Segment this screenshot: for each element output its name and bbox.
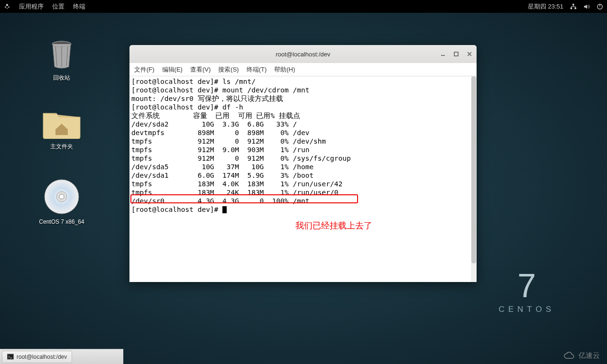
menu-edit[interactable]: 编辑(E) (162, 65, 183, 74)
brand-seven: 7 (498, 267, 555, 305)
brand-name: CENTOS (498, 305, 555, 314)
taskbar-item-terminal[interactable]: root@localhost:/dev (2, 351, 72, 363)
network-icon[interactable] (570, 3, 577, 10)
menu-places[interactable]: 位置 (52, 2, 64, 11)
terminal-line: 文件系统 容量 已用 可用 已用% 挂载点 (131, 112, 300, 119)
volume-icon[interactable] (583, 3, 590, 10)
terminal-body[interactable]: [root@localhost dev]# ls /mnt/ [root@loc… (129, 76, 477, 282)
terminal-line: tmpfs 183M 4.0K 183M 1% /run/user/42 (131, 180, 342, 188)
menu-help[interactable]: 帮助(H) (274, 65, 295, 74)
desktop-icon-label: 主文件夹 (33, 143, 90, 151)
svg-point-0 (6, 4, 8, 6)
menu-view[interactable]: 查看(V) (190, 65, 211, 74)
svg-point-12 (59, 194, 64, 199)
desktop-icon-trash[interactable]: 回收站 (33, 38, 90, 82)
terminal-line: devtmpfs 898M 0 898M 0% /dev (131, 129, 309, 136)
terminal-line: /dev/sda5 10G 37M 10G 1% /home (131, 163, 313, 171)
minimize-button[interactable] (440, 51, 446, 57)
terminal-icon (7, 354, 14, 360)
top-panel: 应用程序 位置 终端 星期四 23:51 (0, 0, 607, 13)
desktop-icon-label: CentOS 7 x86_64 (33, 218, 90, 225)
terminal-line: tmpfs 912M 0 912M 0% /dev/shm (131, 137, 326, 145)
svg-rect-6 (575, 7, 577, 9)
folder-home-icon (40, 104, 83, 140)
svg-rect-5 (570, 7, 572, 9)
svg-point-2 (8, 6, 9, 8)
annotation-text: 我们已经挂载上去了 (295, 221, 372, 230)
menu-search[interactable]: 搜索(S) (218, 65, 239, 74)
menu-terminal[interactable]: 终端(T) (247, 65, 267, 74)
power-icon[interactable] (597, 3, 603, 10)
window-title: root@localhost:/dev (276, 51, 330, 58)
desktop-icon-label: 回收站 (33, 74, 90, 82)
desktop-icon-disc[interactable]: CentOS 7 x86_64 (33, 178, 90, 225)
svg-point-1 (5, 6, 6, 8)
terminal-line: tmpfs 912M 0 912M 0% /sys/fs/cgroup (131, 155, 351, 162)
menu-applications[interactable]: 应用程序 (19, 2, 44, 11)
watermark: 亿速云 (563, 351, 600, 360)
terminal-line: /dev/sda2 10G 3.3G 6.8G 33% / (131, 120, 297, 128)
maximize-button[interactable] (453, 51, 460, 57)
disc-icon (43, 178, 81, 216)
gnome-logo-icon (4, 3, 10, 10)
cloud-icon (563, 352, 576, 360)
wallpaper-brand: 7 CENTOS (498, 267, 555, 314)
terminal-line: [root@localhost dev]# ls /mnt/ (131, 78, 256, 85)
watermark-text: 亿速云 (579, 351, 600, 360)
terminal-window: root@localhost:/dev 文件(F) 编辑(E) 查看(V) 搜索… (129, 45, 477, 282)
terminal-menubar: 文件(F) 编辑(E) 查看(V) 搜索(S) 终端(T) 帮助(H) (129, 63, 477, 76)
trash-icon (47, 38, 76, 71)
menu-terminal[interactable]: 终端 (73, 2, 85, 11)
clock[interactable]: 星期四 23:51 (528, 2, 563, 11)
close-button[interactable] (466, 51, 473, 57)
terminal-line: [root@localhost dev]# mount /dev/cdrom /… (131, 86, 309, 94)
bottom-taskbar: root@localhost:/dev (0, 349, 123, 364)
annotation-box (130, 194, 358, 203)
svg-rect-14 (8, 354, 14, 359)
terminal-line: [root@localhost dev]# df -h (131, 103, 243, 111)
svg-rect-4 (572, 3, 574, 5)
svg-point-3 (7, 8, 8, 9)
taskbar-item-label: root@localhost:/dev (17, 354, 67, 360)
terminal-line: /dev/sda1 6.0G 174M 5.9G 3% /boot (131, 172, 313, 179)
window-titlebar[interactable]: root@localhost:/dev (129, 45, 477, 63)
terminal-line: mount: /dev/sr0 写保护，将以只读方式挂载 (131, 95, 283, 102)
svg-rect-13 (454, 52, 458, 56)
terminal-line: tmpfs 912M 9.0M 903M 1% /run (131, 146, 309, 154)
desktop-icon-home[interactable]: 主文件夹 (33, 104, 90, 151)
terminal-prompt: [root@localhost dev]# (131, 206, 222, 213)
scrollbar-thumb[interactable] (471, 76, 476, 264)
cursor-icon (222, 206, 227, 213)
menu-file[interactable]: 文件(F) (134, 65, 155, 74)
